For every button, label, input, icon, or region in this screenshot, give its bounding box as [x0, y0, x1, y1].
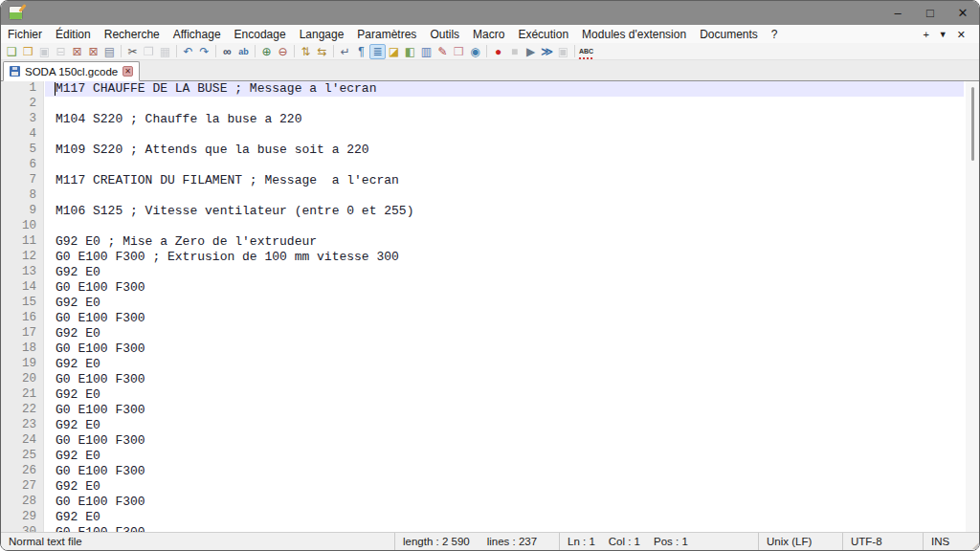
stop-record-icon[interactable]: ■ [506, 44, 523, 59]
status-encoding[interactable]: UTF-8 [843, 533, 924, 550]
separator [173, 44, 180, 59]
menu-outils[interactable]: Outils [423, 25, 466, 43]
code-line[interactable]: 20 G0 E100 F300 [45, 372, 964, 387]
menu-recherche[interactable]: Recherche [98, 25, 167, 43]
zoom-out-icon[interactable]: ⊖ [275, 44, 291, 59]
resize-grip-icon[interactable]: ◢ [966, 533, 979, 550]
menu-macro[interactable]: Macro [466, 25, 511, 43]
close-document-button[interactable]: ✕ [957, 30, 966, 40]
tab-close-icon[interactable]: ✕ [122, 66, 133, 77]
menu-modules[interactable]: Modules d'extension [575, 25, 693, 43]
document-map-icon[interactable]: ◧ [402, 44, 418, 59]
line-text: G92 E0 [56, 326, 100, 341]
line-text: G0 E100 F300 [56, 311, 145, 325]
code-line[interactable]: 4 [45, 127, 964, 143]
code-line[interactable]: 25 G92 E0 [45, 449, 964, 464]
menu-langage[interactable]: Langage [293, 25, 351, 43]
code-line[interactable]: 13 G92 E0 [45, 265, 964, 280]
indent-guide-icon[interactable]: ≣ [369, 44, 386, 59]
code-line[interactable]: 23 G92 E0 [45, 418, 964, 433]
sync-horizontal-scroll-icon[interactable]: ⇆ [314, 44, 330, 59]
code-line[interactable]: 18 G0 E100 F300 [45, 342, 964, 357]
line-text: G92 E0 [56, 296, 100, 310]
new-file-icon[interactable]: ❑ [4, 44, 20, 59]
cut-icon[interactable]: ✂ [124, 44, 141, 59]
code-line[interactable]: 14 G0 E100 F300 [45, 280, 964, 296]
line-text: G92 E0 [56, 357, 100, 371]
code-line[interactable]: 11 G92 E0 ; Mise a Zero de l'extrudeur [45, 234, 964, 250]
find-icon[interactable]: ∞ [219, 44, 235, 59]
close-all-icon[interactable]: ⊠ [85, 44, 101, 59]
code-line[interactable]: 24 G0 E100 F300 [45, 433, 964, 449]
code-line[interactable]: 22 G0 E100 F300 [45, 403, 964, 418]
status-eol-format[interactable]: Unix (LF) [759, 533, 843, 550]
close-window-button[interactable]: ✕ [947, 1, 979, 25]
code-line[interactable]: 8 [45, 188, 964, 204]
close-file-icon[interactable]: ⊠ [69, 44, 85, 59]
save-all-icon[interactable]: ⊟ [53, 44, 69, 59]
code-line[interactable]: 9 M106 S125 ; Vitesse ventilateur (entre… [45, 204, 964, 219]
line-number: 26 [1, 464, 36, 477]
status-insert-mode[interactable]: INS [924, 533, 966, 550]
code-line[interactable]: 21 G92 E0 [45, 387, 964, 403]
menu-parametres[interactable]: Paramètres [350, 25, 423, 43]
editor[interactable]: 1 M117 CHAUFFE DE LA BUSE ; Message a l'… [1, 81, 979, 532]
titlebar[interactable]: – □ ✕ [1, 1, 979, 25]
show-all-characters-icon[interactable]: ¶ [353, 44, 369, 59]
redo-icon[interactable]: ↷ [196, 44, 212, 59]
line-number: 9 [1, 204, 36, 217]
minimize-button[interactable]: – [881, 1, 914, 25]
menu-edition[interactable]: Édition [49, 25, 98, 43]
maximize-button[interactable]: □ [914, 1, 947, 25]
tab-soda-gcode[interactable]: SODA 150cl.gcode ✕ [3, 61, 140, 81]
spell-check-icon[interactable]: ABC [578, 46, 594, 59]
record-macro-icon[interactable]: ● [490, 44, 506, 59]
code-line[interactable]: 17 G92 E0 [45, 326, 964, 342]
function-list-icon[interactable]: ✎ [434, 44, 451, 59]
code-line[interactable]: 30 G0 E100 F300 [45, 525, 964, 532]
save-icon[interactable]: ▣ [36, 44, 53, 59]
print-icon[interactable]: ▤ [101, 44, 118, 59]
playback-macro-icon[interactable]: ▶ [523, 44, 539, 59]
code-line[interactable]: 10 [45, 219, 964, 234]
document-list-dropdown-icon[interactable]: ▼ [939, 31, 947, 39]
code-line[interactable]: 27 G92 E0 [45, 479, 964, 495]
user-defined-dialog-icon[interactable]: ◪ [386, 44, 402, 59]
folder-as-workspace-icon[interactable]: ❒ [451, 44, 467, 59]
code-line[interactable]: 26 G0 E100 F300 [45, 464, 964, 479]
new-document-button[interactable]: + [923, 30, 928, 40]
menu-encodage[interactable]: Encodage [228, 25, 293, 43]
code-line[interactable]: 15 G92 E0 [45, 296, 964, 311]
zoom-in-icon[interactable]: ⊕ [258, 44, 275, 59]
sync-vertical-scroll-icon[interactable]: ⇅ [298, 44, 314, 59]
word-wrap-icon[interactable]: ↵ [337, 44, 353, 59]
menu-execution[interactable]: Exécution [511, 25, 575, 43]
menu-fichier[interactable]: Fichier [1, 25, 49, 43]
document-list-icon[interactable]: ▥ [418, 44, 434, 59]
code-line[interactable]: 5 M109 S220 ; Attends que la buse soit a… [45, 143, 964, 158]
code-line[interactable]: 29 G92 E0 [45, 510, 964, 525]
code-line[interactable]: 28 G0 E100 F300 [45, 495, 964, 510]
code-line[interactable]: 3 M104 S220 ; Chauffe la buse a 220 [45, 112, 964, 127]
menu-aide[interactable]: ? [765, 25, 785, 43]
code-line[interactable]: 12 G0 E100 F300 ; Extrusion de 100 mm vi… [45, 250, 964, 265]
menu-affichage[interactable]: Affichage [167, 25, 228, 43]
line-text: G0 E100 F300 [56, 495, 145, 509]
scrollbar-thumb[interactable] [971, 87, 974, 161]
menu-documents[interactable]: Documents [693, 25, 765, 43]
code-line[interactable]: 6 [45, 158, 964, 173]
copy-icon[interactable]: ❐ [141, 44, 157, 59]
code-line[interactable]: 1 M117 CHAUFFE DE LA BUSE ; Message a l'… [45, 81, 964, 97]
code-line[interactable]: 7 M117 CREATION DU FILAMENT ; Message a … [45, 173, 964, 188]
vertical-scrollbar[interactable] [966, 81, 979, 532]
open-folder-icon[interactable]: ❒ [20, 44, 36, 59]
run-macro-multiple-icon[interactable]: ≫ [539, 44, 555, 59]
paste-icon[interactable]: ▦ [157, 44, 173, 59]
code-line[interactable]: 16 G0 E100 F300 [45, 311, 964, 326]
code-line[interactable]: 2 [45, 97, 964, 112]
undo-icon[interactable]: ↶ [180, 44, 196, 59]
monitoring-eye-icon[interactable]: ◉ [467, 44, 483, 59]
code-line[interactable]: 19 G92 E0 [45, 357, 964, 372]
save-macro-icon[interactable]: ▣ [555, 44, 571, 59]
replace-icon[interactable]: ab [235, 44, 252, 59]
